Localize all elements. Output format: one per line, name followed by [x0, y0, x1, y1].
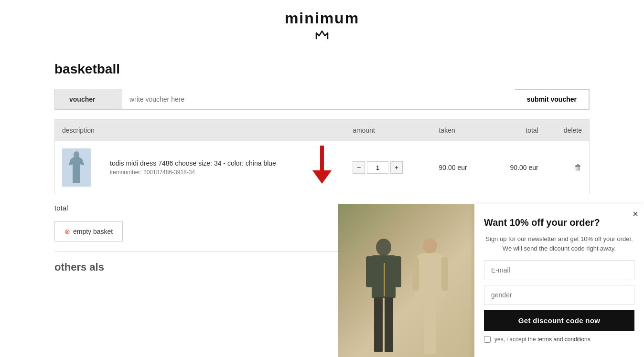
- product-image-cell: [55, 141, 98, 194]
- product-image: [62, 148, 91, 187]
- table-header-row: description amount taken total delete: [55, 120, 590, 141]
- quantity-decrease-button[interactable]: −: [353, 161, 365, 174]
- submit-voucher-button[interactable]: submit voucher: [515, 89, 589, 109]
- unit-price: 90.00 eur: [439, 164, 467, 171]
- voucher-input[interactable]: [122, 89, 515, 109]
- delete-item-button[interactable]: 🗑: [574, 163, 582, 172]
- circle-x-icon: ⊗: [64, 228, 70, 235]
- svg-rect-5: [366, 256, 375, 287]
- product-sku: itemnumber: 200187486-3918-34: [110, 169, 338, 176]
- logo: minimum: [285, 10, 359, 40]
- quantity-cell: − +: [345, 141, 431, 194]
- svg-marker-2: [312, 170, 332, 184]
- product-info-cell: todis midi dress 7486 choose size: 34 - …: [98, 141, 345, 194]
- svg-point-10: [423, 238, 437, 253]
- col-total: total: [489, 120, 546, 141]
- quantity-input[interactable]: [367, 161, 388, 174]
- popup-title: Want 10% off your order?: [484, 216, 634, 229]
- svg-rect-11: [412, 257, 419, 288]
- popup-gender-input[interactable]: [484, 285, 634, 288]
- male-model-icon: [362, 235, 405, 288]
- popup-image-content: [338, 204, 474, 288]
- popup-image-panel: [338, 204, 474, 288]
- total-price-cell: 90.00 eur: [489, 141, 546, 194]
- voucher-section: voucher submit voucher: [54, 89, 590, 110]
- svg-rect-9: [384, 263, 385, 288]
- discount-popup: × Want 10% off your order? Sign up for o…: [338, 204, 644, 288]
- svg-rect-6: [393, 256, 401, 287]
- col-delete: delete: [546, 120, 590, 141]
- voucher-label: voucher: [55, 89, 122, 109]
- quantity-increase-button[interactable]: +: [390, 161, 403, 174]
- product-info: todis midi dress 7486 choose size: 34 - …: [105, 159, 338, 176]
- product-name: todis midi dress 7486 choose size: 34 - …: [110, 159, 338, 167]
- female-model-icon: [410, 235, 451, 288]
- product-dress-icon: [66, 151, 87, 184]
- empty-basket-button[interactable]: ⊗ empty basket: [54, 221, 123, 242]
- unit-price-cell: 90.00 eur: [432, 141, 489, 194]
- popup-description: Sign up for our newsletter and get 10% o…: [484, 234, 634, 253]
- logo-icon: [315, 29, 329, 40]
- model-silhouettes: [362, 235, 451, 288]
- total-label: total: [54, 204, 68, 212]
- col-taken: taken: [432, 120, 489, 141]
- total-price: 90.00 eur: [510, 164, 538, 171]
- popup-form-panel: × Want 10% off your order? Sign up for o…: [474, 204, 644, 288]
- popup-email-input[interactable]: [484, 260, 634, 280]
- svg-rect-12: [441, 257, 448, 288]
- logo-text: minimum: [285, 10, 359, 27]
- col-amount: amount: [345, 120, 431, 141]
- delete-cell: 🗑: [546, 141, 590, 194]
- svg-point-3: [376, 239, 391, 256]
- site-header: minimum: [0, 0, 644, 47]
- col-description: description: [55, 120, 346, 141]
- empty-basket-label: empty basket: [73, 228, 113, 235]
- quantity-control: − +: [353, 161, 424, 174]
- popup-close-button[interactable]: ×: [633, 209, 638, 219]
- red-arrow-indicator: [310, 146, 334, 185]
- page-title: basketball: [54, 62, 590, 77]
